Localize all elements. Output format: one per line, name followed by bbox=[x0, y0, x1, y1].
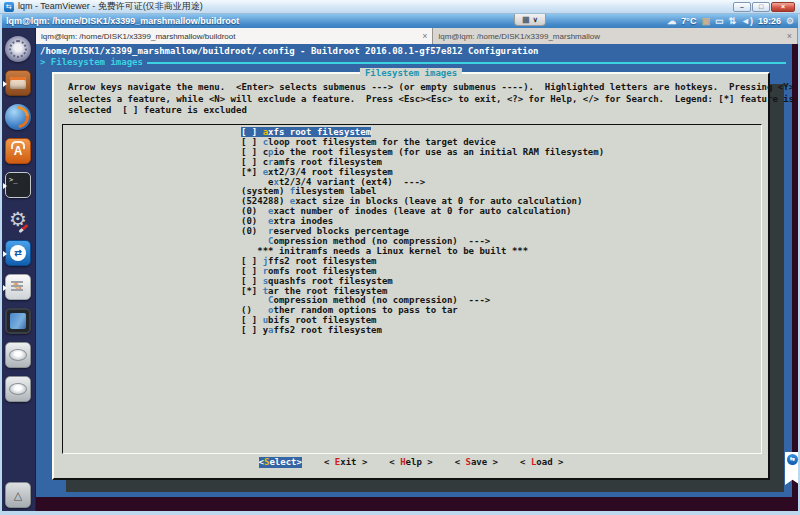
volume-icon[interactable]: ◄) bbox=[741, 14, 753, 28]
menuconfig-header: /home/DISK1/x3399_marshmallow/buildroot/… bbox=[36, 44, 792, 57]
running-indicator bbox=[3, 183, 7, 189]
network-traffic-icon[interactable]: ⇅ bbox=[728, 14, 736, 28]
teamviewer-window: ⇆ lqm - TeamViewer - 免费许可证(仅非商业用途) –□× l… bbox=[0, 0, 800, 515]
file-manager-icon[interactable] bbox=[5, 70, 31, 96]
terminal-tab[interactable]: lqm@lqm: /home/DISK1/x3399_marshmallow/b… bbox=[36, 28, 433, 44]
active-window-title: lqm@lqm: /home/DISK1/x3399_marshmallow/b… bbox=[6, 16, 239, 26]
remote-desktop: lqm@lqm: /home/DISK1/x3399_marshmallow/b… bbox=[2, 14, 798, 511]
help-line: Arrow keys navigate the menu. <Enter> se… bbox=[68, 82, 794, 92]
running-indicator bbox=[3, 81, 7, 87]
titlebar[interactable]: ⇆ lqm - TeamViewer - 免费许可证(仅非商业用途) –□× bbox=[0, 0, 800, 14]
help-button[interactable]: < Help > bbox=[389, 457, 432, 468]
glyph: ⚙ bbox=[9, 209, 27, 229]
session-toolbar-tab[interactable]: ▦ ∨ bbox=[514, 14, 546, 26]
close-button[interactable]: × bbox=[771, 2, 795, 12]
exit-button[interactable]: < Exit > bbox=[324, 457, 367, 468]
firefox-icon[interactable] bbox=[5, 104, 31, 130]
battery-icon[interactable]: ▭ bbox=[715, 14, 724, 28]
grid-icon: ▦ bbox=[522, 15, 530, 25]
glyph: △ bbox=[14, 489, 22, 502]
terminal[interactable]: /home/DISK1/x3399_marshmallow/buildroot/… bbox=[36, 44, 792, 497]
help-line: selectes a feature, while <N> will exclu… bbox=[68, 94, 794, 104]
dash-home-icon[interactable] bbox=[5, 36, 31, 62]
menu-item[interactable]: [ ] yaffs2 root filesystem bbox=[241, 326, 761, 336]
window-title: lqm - TeamViewer - 免费许可证(仅非商业用途) bbox=[18, 0, 203, 13]
system-settings-icon[interactable]: ⚙ bbox=[5, 206, 31, 232]
chevron-down-icon: ∨ bbox=[533, 15, 538, 25]
terminal-icon[interactable]: >_ bbox=[5, 172, 31, 198]
clock[interactable]: 19:26 bbox=[758, 14, 781, 28]
menuconfig-breadcrumb: > Filesystem images bbox=[36, 57, 792, 68]
dialog-help: Arrow keys navigate the menu. <Enter> se… bbox=[68, 82, 794, 117]
disk-1-icon[interactable] bbox=[5, 342, 31, 368]
teamviewer-logo-icon: ⇆ bbox=[787, 454, 798, 465]
text-editor-icon[interactable]: ✎ bbox=[5, 274, 31, 300]
menuconfig-dialog: Filesystem images Arrow keys navigate th… bbox=[52, 72, 770, 480]
launcher: A>_⚙⇄✎△ bbox=[2, 28, 36, 511]
tab-label: lqm@lqm: /home/DISK1/x3399_marshmallow/b… bbox=[41, 32, 416, 41]
select-button[interactable]: <Select> bbox=[259, 457, 302, 468]
tab-bar: lqm@lqm: /home/DISK1/x3399_marshmallow/b… bbox=[36, 28, 798, 44]
restore-button[interactable]: □ bbox=[752, 2, 770, 12]
system-tray: ☁7°C▣▭⇅◄)19:26⚙ bbox=[667, 14, 794, 28]
menu-list: [ ] axfs root filesystem[ ] cloop root f… bbox=[62, 124, 762, 454]
window-controls: –□× bbox=[733, 2, 795, 12]
glyph: A bbox=[14, 144, 23, 158]
tab-close-icon[interactable]: × bbox=[787, 31, 792, 41]
teamviewer-session-flag[interactable]: ⇆ bbox=[785, 452, 798, 485]
teamviewer-icon[interactable]: ⇄ bbox=[5, 240, 31, 266]
help-line: selected [ ] feature is excluded bbox=[68, 105, 247, 115]
display-tool-icon[interactable] bbox=[5, 308, 31, 334]
minimize-button[interactable]: – bbox=[733, 2, 751, 12]
software-center-icon[interactable]: A bbox=[5, 138, 31, 164]
disk-2-icon[interactable] bbox=[5, 376, 31, 402]
trash-icon[interactable]: △ bbox=[5, 482, 31, 508]
breadcrumb-rule bbox=[147, 62, 786, 64]
teamviewer-logo-icon: ⇆ bbox=[4, 2, 14, 12]
tab-close-icon[interactable]: × bbox=[422, 31, 427, 41]
running-indicator bbox=[3, 285, 7, 291]
temperature[interactable]: 7°C bbox=[681, 14, 696, 28]
glyph: >_ bbox=[9, 176, 17, 184]
breadcrumb: > Filesystem images bbox=[40, 57, 143, 68]
button-row: <Select>< Exit >< Help >< Save >< Load > bbox=[54, 457, 768, 468]
weather-icon[interactable]: ☁ bbox=[667, 14, 676, 28]
terminal-tab[interactable]: lqm@lqm: /home/DISK1/x3399_marshmallow× bbox=[433, 28, 798, 44]
gear-icon[interactable]: ⚙ bbox=[786, 14, 794, 28]
glyph: ⇄ bbox=[10, 245, 26, 261]
glyph: ✎ bbox=[13, 280, 24, 295]
running-indicator bbox=[3, 251, 7, 257]
save-button[interactable]: < Save > bbox=[455, 457, 498, 468]
top-panel: lqm@lqm: /home/DISK1/x3399_marshmallow/b… bbox=[2, 14, 798, 28]
load-button[interactable]: < Load > bbox=[520, 457, 563, 468]
camera-icon[interactable]: ▣ bbox=[701, 14, 710, 28]
tab-label: lqm@lqm: /home/DISK1/x3399_marshmallow bbox=[438, 32, 780, 41]
dialog-title: Filesystem images bbox=[360, 68, 462, 78]
